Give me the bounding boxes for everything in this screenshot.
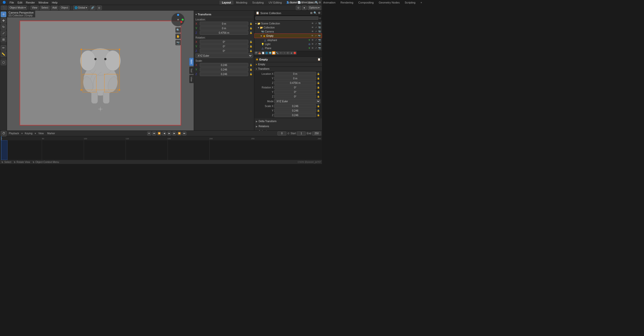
prop-tab-material[interactable]: 🔴 [293,51,297,55]
tl-next-keyframe-btn[interactable]: ⏩ [177,131,181,136]
prop-delta-header[interactable]: ▶ Delta Transform [254,119,322,123]
scale-x-input[interactable] [200,63,248,67]
rot-y-lock[interactable]: 🔓 [249,45,253,48]
navigation-gizmo[interactable] [171,13,185,26]
rotation-mode-select[interactable]: XYZ Euler [195,53,253,58]
scene-collection-eye[interactable]: 👁 [311,22,314,25]
outliner-empty[interactable]: ▾ ◉ Empty 👁 ↗ 📷 [254,33,322,38]
location-z-input[interactable] [200,31,248,35]
side-tab-tool[interactable]: Tool [189,66,194,74]
add-menu-btn[interactable]: Add [51,6,58,10]
prop-rot-x-input[interactable] [274,85,316,89]
select-menu-btn[interactable]: Select [40,6,50,10]
overlay-btn[interactable]: ⊙ [296,6,301,10]
prop-tab-scene2[interactable]: 🌐 [265,51,268,55]
prop-collections-header[interactable]: ▶ Collections [254,129,322,130]
rotation-z-input[interactable] [200,49,248,53]
outliner-collection[interactable]: ▾ 📂 Collection 👁 ↗ 📷 [254,25,322,29]
rot-x-lock[interactable]: 🔓 [249,40,253,44]
cursor-tool-btn[interactable]: ✛ [1,12,6,17]
outliner-plane[interactable]: △ Plane ▼ 👁 ↗ 📷 [254,46,322,50]
prop-tab-scene[interactable]: 🎬 [254,51,258,55]
prop-tab-physics[interactable]: ⚛ [283,51,286,55]
tl-step-back-btn[interactable]: ◀ [162,131,166,136]
tab-shading[interactable]: Shading [305,1,320,5]
rot-z-lock[interactable]: 🔓 [249,49,253,53]
plane-eye[interactable]: 👁 [311,47,314,50]
menu-help[interactable]: Help [50,1,59,4]
tl-keying-btn[interactable]: Keying [24,132,34,135]
options-icon-outliner[interactable]: ⚙ [318,11,320,15]
tab-animation[interactable]: Animation [321,1,322,5]
shading-btn[interactable]: ● [302,6,306,10]
object-menu-btn[interactable]: Object [59,6,70,10]
outliner-light[interactable]: 💡 Light ◎ 👁 ↗ 📷 [254,42,322,46]
plane-cursor[interactable]: ↗ [314,47,317,50]
prop-scale-x-lock[interactable]: 🔓 [317,105,320,107]
tl-record-btn[interactable]: ⏺ [147,131,151,136]
prop-relations-header[interactable]: ▶ Relations [254,124,322,128]
camera-cursor[interactable]: ↗ [314,30,317,33]
tl-marker-btn[interactable]: Marker [46,132,56,135]
camera-render[interactable]: 📷 [318,30,321,33]
scene-collection-cursor[interactable]: ↗ [314,22,317,25]
light-eye[interactable]: 👁 [311,43,314,46]
prop-tab-view-layer[interactable]: 📄 [261,51,265,55]
camera-eye[interactable]: 👁 [311,30,314,33]
location-x-input[interactable] [200,22,248,26]
filter-icon[interactable]: ⊞ [310,11,312,15]
rotation-y-input[interactable] [200,44,248,48]
search-icon-outliner[interactable]: 🔍 [313,11,317,15]
outliner-search-input[interactable] [255,16,318,20]
empty-render[interactable]: 📷 [318,34,321,37]
scale-tool-btn[interactable]: ⤢ [1,30,6,36]
elephant-eye[interactable]: 👁 [311,39,314,42]
scale-z-lock[interactable]: 🔓 [249,72,253,76]
object-mode-btn[interactable]: Object Mode ▾ [8,6,27,10]
prop-scale-y-lock[interactable]: 🔓 [317,109,320,112]
outliner-scene-collection[interactable]: ▾ 📁 Scene Collection 👁 ↗ 📷 [254,21,322,25]
camera-btn[interactable]: 📷 [175,40,181,45]
tab-uv-editing[interactable]: UV Editing [266,1,284,5]
plane-render[interactable]: 📷 [318,47,321,50]
menu-file[interactable]: File [8,1,16,4]
tl-editor-type-btn[interactable]: ⏱ [1,131,7,136]
prop-scale-y-input[interactable] [274,109,316,113]
prop-transform-header[interactable]: ▾ Transform [254,67,322,71]
scale-x-lock[interactable]: 🔓 [249,63,253,67]
prop-rot-y-lock[interactable]: 🔓 [317,91,320,93]
zoom-btn[interactable]: 🔍 [175,27,181,33]
light-cursor[interactable]: ↗ [314,43,317,46]
snap-btn[interactable]: 🔗 [90,6,96,10]
tl-playback-btn[interactable]: Playback [8,132,20,135]
tl-current-frame-input[interactable] [277,131,286,136]
prop-tab-constraints[interactable]: ⛓ [286,51,290,55]
collection-render[interactable]: 📷 [318,26,321,29]
transform-tool-btn[interactable]: ⊞ [1,37,6,42]
tab-layout[interactable]: Layout [219,1,233,5]
empty-cursor[interactable]: ↗ [314,34,317,37]
loc-z-lock[interactable]: 🔓 [249,31,253,35]
prop-scale-x-input[interactable] [274,104,316,108]
prop-tab-particles[interactable]: ✦ [279,51,283,55]
scale-y-input[interactable] [200,68,248,72]
move-tool-btn[interactable]: ✥ [1,18,6,23]
prop-loc-x-input[interactable] [274,72,316,76]
elephant-render[interactable]: 📷 [318,39,321,42]
loc-x-lock[interactable]: 🔓 [249,22,253,25]
collection-eye[interactable]: 👁 [311,26,314,29]
rotation-x-input[interactable] [200,40,248,44]
prop-scale-z-input[interactable] [274,113,316,117]
tl-view-btn[interactable]: View [37,132,45,135]
tl-jump-start-btn[interactable]: ⏮ [152,131,156,136]
tl-step-forward-btn[interactable]: ▶ [172,131,176,136]
prop-scale-z-lock[interactable]: 🔓 [317,114,320,116]
obj-name-icon[interactable]: 📋 [317,58,320,61]
prop-rotation-mode-select[interactable]: XYZ Euler [274,99,320,104]
transform-btn[interactable]: 🌐 Global ▾ [73,6,89,10]
editor-type-btn[interactable]: ⬛ [1,6,7,10]
viewport[interactable]: Camera Perspective (0) Collection | Empt… [7,11,194,130]
annotate-btn[interactable]: ✏ [1,45,6,51]
tab-modeling[interactable]: Modeling [233,1,250,5]
blender-logo[interactable]: 🔵 [1,1,8,4]
